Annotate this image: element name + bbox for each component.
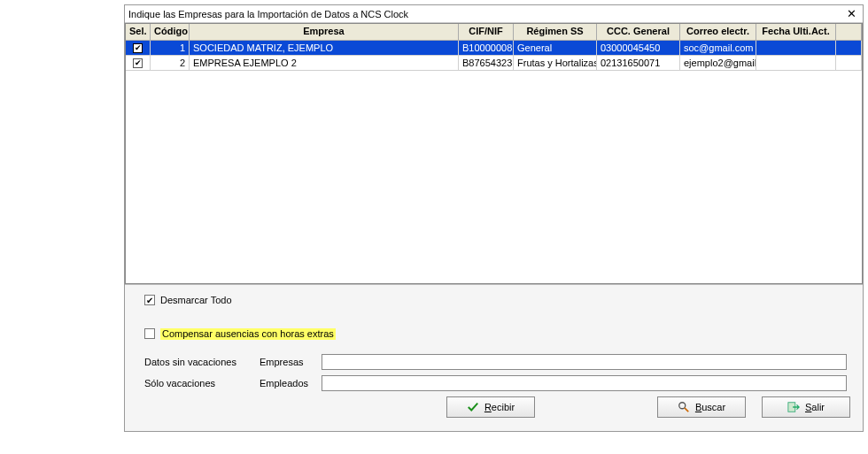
cell: 2 (151, 56, 190, 71)
exit-icon (787, 401, 800, 413)
recibir-button[interactable]: RRecibirecibir (446, 396, 535, 418)
input-empleados[interactable] (322, 375, 847, 391)
import-dialog: Indique las Empresas para la Importación… (124, 4, 864, 432)
row-empleados: Sólo vacaciones Empleados (144, 375, 854, 391)
label-empleados: Empleados (260, 378, 322, 389)
window-title: Indique las Empresas para la Importación… (128, 9, 843, 19)
bottom-panel: Desmarcar Todo Compensar ausencias con h… (125, 284, 863, 431)
opt-desmarcar[interactable]: Desmarcar Todo (144, 292, 854, 308)
label-datos-sin-vac: Datos sin vacaciones (144, 357, 236, 367)
checkbox-compensar[interactable] (144, 328, 155, 339)
cell: B10000008 (459, 41, 514, 56)
table-row[interactable]: 1SOCIEDAD MATRIZ, EJEMPLOB10000008Genera… (126, 41, 862, 56)
header-regimen[interactable]: Régimen SS (514, 24, 597, 41)
label-desmarcar: Desmarcar Todo (160, 295, 232, 305)
cell (836, 56, 862, 71)
cell: SOCIEDAD MATRIZ, EJEMPLO (190, 41, 459, 56)
cell: General (514, 41, 597, 56)
cell (756, 41, 836, 56)
cell-select[interactable] (126, 56, 151, 71)
header-ccc[interactable]: CCC. General (597, 24, 680, 41)
salir-button[interactable]: Salir (762, 396, 850, 418)
cell (836, 41, 862, 56)
header-fecha[interactable]: Fecha Ulti.Act. (756, 24, 836, 41)
svg-point-0 (679, 403, 686, 409)
companies-grid[interactable]: Sel. Código Empresa CIF/NIF Régimen SS C… (125, 23, 863, 284)
check-icon (467, 401, 479, 413)
cell: 03000045450 (597, 41, 680, 56)
cell: Frutas y Hortalizas (514, 56, 597, 71)
cell: 02131650071 (597, 56, 680, 71)
row-empresas: Datos sin vacaciones Empresas (144, 354, 854, 370)
header-codigo[interactable]: Código (151, 24, 190, 41)
search-icon (678, 401, 690, 413)
cell-select[interactable] (126, 41, 151, 56)
close-button[interactable]: ✕ (843, 7, 859, 21)
cell (756, 56, 836, 71)
label-solo-vac: Sólo vacaciones (144, 378, 215, 389)
cell: ejemplo2@gmail.c (680, 56, 756, 71)
label-empresas: Empresas (260, 357, 322, 367)
opt-compensar[interactable]: Compensar ausencias con horas extras (144, 326, 854, 342)
header-cif[interactable]: CIF/NIF (459, 24, 514, 41)
svg-line-1 (685, 408, 688, 412)
input-empresas[interactable] (322, 354, 847, 370)
table-row[interactable]: 2EMPRESA EJEMPLO 2B87654323Frutas y Hort… (126, 56, 862, 71)
checkbox-desmarcar[interactable] (144, 295, 155, 305)
label-compensar: Compensar ausencias con horas extras (160, 328, 336, 340)
grid-body: 1SOCIEDAD MATRIZ, EJEMPLOB10000008Genera… (126, 41, 862, 71)
header-pad (836, 24, 862, 41)
row-checkbox[interactable] (133, 43, 143, 53)
cell: 1 (151, 41, 190, 56)
cell: soc@gmail.com (680, 41, 756, 56)
cell: B87654323 (459, 56, 514, 71)
titlebar: Indique las Empresas para la Importación… (125, 5, 863, 23)
header-correo[interactable]: Correo electr. (680, 24, 756, 41)
grid-header: Sel. Código Empresa CIF/NIF Régimen SS C… (126, 24, 862, 41)
header-sel[interactable]: Sel. (126, 24, 151, 41)
buscar-button[interactable]: Buscar (657, 396, 746, 418)
header-empresa[interactable]: Empresa (190, 24, 459, 41)
row-checkbox[interactable] (133, 58, 143, 68)
cell: EMPRESA EJEMPLO 2 (190, 56, 459, 71)
button-row: RRecibirecibir Buscar Salir (144, 396, 854, 418)
